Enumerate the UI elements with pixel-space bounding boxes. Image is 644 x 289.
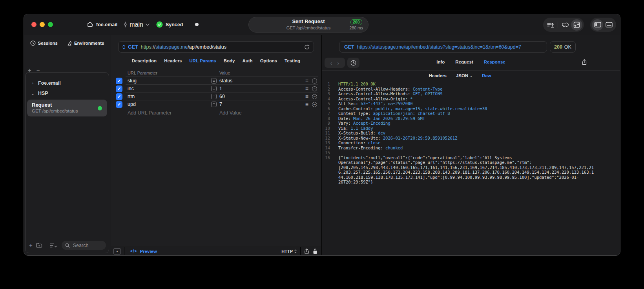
response-tab-response[interactable]: Response	[484, 60, 505, 64]
response-method: GET	[344, 44, 354, 50]
branch-selector[interactable]: main	[124, 21, 150, 28]
param-name[interactable]: slug	[128, 78, 211, 84]
protocol-selector[interactable]: HTTP	[281, 249, 297, 254]
url-separator: ://	[151, 44, 155, 50]
tab-url-params[interactable]: URL Params	[190, 58, 216, 63]
tab-description[interactable]: Description	[132, 58, 157, 63]
remove-param-icon[interactable]: −	[312, 78, 317, 84]
line-content: HTTP/1.1 200 OK	[333, 82, 595, 87]
body-line: 15	[322, 150, 620, 155]
collapse-panel-button[interactable]: ▲	[113, 248, 121, 254]
project-selector[interactable]: foe.email	[87, 22, 117, 27]
preview-button[interactable]: </> Preview	[130, 249, 157, 254]
remove-param-icon[interactable]: −	[312, 86, 317, 91]
lock-icon[interactable]	[313, 248, 317, 254]
export-response-icon[interactable]	[582, 59, 587, 65]
sent-request-title: Sent Request	[286, 18, 330, 25]
request-list-item-selected[interactable]: Request GET /api/embed/status	[27, 100, 107, 116]
param-checkbox[interactable]: ✓	[116, 101, 122, 108]
code-segment: dev	[378, 131, 385, 135]
reorder-handle-icon[interactable]: ≡	[305, 102, 308, 107]
equals-type-icon[interactable]: =	[211, 86, 217, 91]
line-content: Content-Type: application/json; charset=…	[333, 111, 595, 116]
tab-auth[interactable]: Auth	[242, 58, 252, 63]
param-value[interactable]: 7	[219, 102, 305, 107]
tab-sessions[interactable]: Sessions	[30, 40, 58, 46]
code-segment: h3=":443"; ma=2592000	[361, 101, 413, 106]
tab-headers[interactable]: Headers	[164, 58, 182, 63]
body-line: 5Alt-Svc: h3=":443"; ma=2592000	[322, 101, 620, 106]
resend-request-icon[interactable]	[304, 44, 310, 50]
code-segment: Alt-Svc:	[338, 101, 361, 106]
param-value[interactable]: 1	[219, 86, 305, 91]
request-item-title: Request	[32, 102, 102, 108]
search-input[interactable]	[72, 242, 102, 249]
line-number: 9	[322, 121, 333, 126]
request-url-bar[interactable]: GET https :// statuspage.me /api/embed/s…	[118, 41, 314, 53]
sync-loop-button[interactable]	[560, 19, 571, 31]
tree-group-hsp[interactable]: ⌄ HSP	[26, 88, 109, 98]
new-folder-icon[interactable]	[36, 243, 42, 248]
share-icon[interactable]	[304, 248, 309, 254]
check-circle-icon	[156, 21, 163, 28]
url-input[interactable]: https :// statuspage.me /api/embed/statu…	[141, 44, 226, 50]
view-tab-raw[interactable]: Raw	[482, 73, 491, 78]
equals-type-icon[interactable]: =	[211, 78, 217, 84]
line-content: Cache-Control: public, max-age=15, stale…	[333, 106, 595, 111]
method-stepper-icon[interactable]	[122, 45, 125, 49]
tab-options[interactable]: Options	[260, 58, 277, 63]
line-content: Transfer-Encoding: chunked	[333, 145, 595, 151]
param-row-actions: ≡−	[305, 102, 317, 107]
tab-environments[interactable]: Environments	[66, 40, 104, 46]
param-name[interactable]: inc	[128, 86, 211, 91]
code-segment: X-Status-Now-Utc:	[338, 136, 383, 140]
minimize-window-button[interactable]	[40, 22, 45, 27]
json-dropdown-chevron-icon: ⌄	[470, 74, 473, 78]
sent-request-pill[interactable]: Sent Request GET /api/embed/status 200 2…	[248, 17, 369, 33]
new-request-button[interactable]: +	[29, 242, 33, 248]
method-selector[interactable]: GET	[128, 44, 138, 50]
equals-type-icon[interactable]: =	[211, 94, 217, 99]
layout-toggle-group	[590, 18, 616, 32]
code-segment: Access-Control-Allow-Origin:	[338, 96, 410, 101]
line-content	[333, 150, 595, 155]
tree-group-foe-email[interactable]: › Foe.email	[26, 78, 109, 88]
param-value[interactable]: 60	[219, 94, 305, 99]
tab-body[interactable]: Body	[224, 58, 235, 63]
view-tab-json[interactable]: JSON⌄	[456, 73, 473, 78]
sidebar-search[interactable]	[62, 241, 106, 250]
sent-request-url-box[interactable]: GET https://statuspage.me/api/embed/stat…	[339, 41, 547, 53]
code-segment: Date:	[338, 116, 353, 121]
param-value[interactable]: status	[219, 78, 305, 84]
equals-type-icon[interactable]: =	[211, 102, 217, 107]
param-checkbox[interactable]: ✓	[116, 85, 122, 92]
import-export-button[interactable]	[571, 19, 582, 31]
reorder-handle-icon[interactable]: ≡	[305, 78, 308, 84]
toggle-sidebar-button[interactable]	[592, 19, 603, 31]
response-tab-info[interactable]: Info	[436, 60, 445, 64]
view-tab-headers[interactable]: Headers	[429, 73, 446, 78]
param-name[interactable]: rtm	[128, 94, 211, 99]
param-checkbox[interactable]: ✓	[116, 93, 122, 100]
body-line: 1HTTP/1.1 200 OK	[322, 82, 620, 87]
tab-testing[interactable]: Testing	[285, 58, 300, 63]
add-value-placeholder[interactable]: Add Value	[219, 110, 242, 116]
remove-param-icon[interactable]: −	[312, 94, 317, 99]
view-tab-label: JSON	[456, 73, 468, 78]
zoom-window-button[interactable]	[48, 22, 53, 27]
line-content: Access-Control-Allow-Headers: Content-Ty…	[333, 87, 595, 92]
param-name[interactable]: upd	[128, 102, 211, 107]
param-checkbox[interactable]: ✓	[116, 78, 122, 84]
toggle-bottom-panel-button[interactable]	[603, 19, 615, 31]
reorder-handle-icon[interactable]: ≡	[305, 94, 308, 99]
send-queue-button[interactable]	[545, 19, 556, 31]
code-segment: public, max-age=15, stale-while-revalida…	[376, 106, 487, 111]
add-url-parameter-placeholder[interactable]: Add URL Parameter	[128, 110, 219, 116]
remove-param-icon[interactable]: −	[312, 102, 317, 107]
sort-filter-icon[interactable]	[50, 243, 57, 248]
response-tab-request[interactable]: Request	[455, 60, 473, 64]
reorder-handle-icon[interactable]: ≡	[305, 86, 308, 91]
close-window-button[interactable]	[31, 22, 36, 27]
sync-status[interactable]: Synced	[156, 21, 183, 28]
titlebar-divider	[189, 22, 189, 28]
